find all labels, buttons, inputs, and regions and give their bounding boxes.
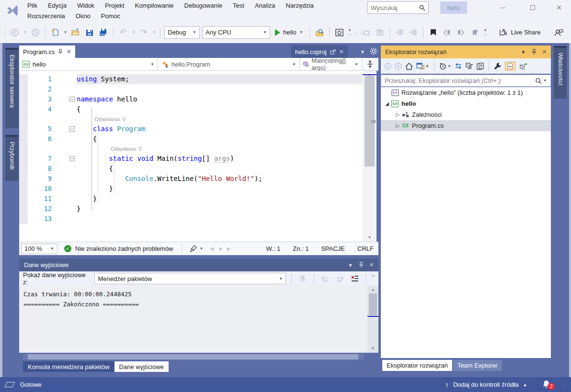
code-line[interactable]: 6 { [19, 134, 363, 144]
editor-options-gear-icon[interactable] [370, 47, 377, 55]
redo-dropdown[interactable]: ▼ [152, 30, 156, 34]
code-line[interactable]: 10 } [19, 184, 363, 194]
chevron-up-icon[interactable]: ▲ [523, 382, 527, 387]
menu-item-9[interactable]: Narzędzia [281, 0, 320, 11]
minimize-button[interactable]: ─ [495, 2, 511, 13]
output-hscroll-thumb[interactable] [28, 354, 358, 359]
code-line[interactable]: 13 [19, 214, 363, 224]
decrease-indent-button[interactable] [394, 27, 405, 38]
clear-bookmarks-button[interactable] [469, 27, 480, 38]
preview-selected-items-icon[interactable] [477, 63, 484, 70]
next-bookmark-button[interactable] [455, 27, 467, 38]
tab-hello-csproj[interactable]: hello.csproj ✕ [291, 45, 348, 58]
window-position-dropdown-icon[interactable]: ▼ [348, 262, 353, 268]
close-button[interactable]: ✕ [551, 2, 567, 13]
output-log[interactable]: Czas trwania: 00:00:00.2448425==========… [19, 286, 378, 353]
pin-icon[interactable] [532, 49, 537, 55]
navigate-forward-button[interactable] [30, 27, 41, 38]
output-scroll-thumb[interactable] [369, 293, 377, 315]
open-file-button[interactable] [70, 27, 81, 38]
platform-combo[interactable]: Any CPU▼ [202, 26, 270, 39]
menu-item-3[interactable]: Widok [72, 0, 100, 11]
menu-item-4[interactable]: Projekt [100, 0, 129, 11]
sidebar-tab-properties[interactable]: Właściwości [554, 46, 567, 99]
code-line[interactable]: 8 { [19, 164, 363, 174]
undo-button[interactable]: ↶ [117, 27, 129, 38]
codelens-row[interactable]: Odwołania: 0 [19, 144, 363, 154]
menu-item-8[interactable]: Analiza [250, 0, 281, 11]
solution-explorer-title-bar[interactable]: Eksplorator rozwiązań ▼ ✕ [381, 45, 551, 58]
char-indicator[interactable]: Zn.: 1 [293, 245, 308, 252]
code-line[interactable]: 9 Console.WriteLine("Hello World!"); [19, 174, 363, 184]
zoom-level-combo[interactable]: 100 % ▼ [21, 244, 57, 254]
tree-expander-icon[interactable]: ▷ [394, 112, 401, 117]
start-debugging-button[interactable]: hello ▼ [273, 29, 306, 36]
next-message-button[interactable] [334, 273, 345, 284]
codelens-row[interactable]: Odwołania: 0 [19, 114, 363, 124]
code-line[interactable]: 4{ [19, 104, 363, 114]
show-all-files-button[interactable] [505, 62, 515, 70]
code-line[interactable]: 3−namespace hello [19, 94, 363, 104]
tab-program-cs[interactable]: Program.cs ✕ [19, 45, 75, 58]
close-tab-icon[interactable]: ✕ [339, 48, 344, 55]
tree-item-zale-no-ci[interactable]: ▷Zależności [381, 109, 551, 120]
configuration-combo[interactable]: Debug▼ [164, 26, 200, 39]
menu-item-2[interactable]: Okno [70, 11, 96, 21]
navigate-back-button[interactable] [9, 27, 21, 38]
code-line[interactable]: 5− class Program [19, 124, 363, 134]
member-dropdown[interactable]: Main(string[] args) ▼ [300, 58, 362, 70]
attach-button[interactable] [360, 27, 372, 38]
live-share-button[interactable]: Live Share [499, 28, 540, 36]
tab-output[interactable]: Dane wyjściowe [114, 361, 169, 372]
sidebar-tab-server-explorer[interactable]: Eksplorator serwera [5, 48, 18, 128]
tab-package-manager-console[interactable]: Konsola menedżera pakietów [23, 361, 114, 372]
menu-item-5[interactable]: Kompilowanie [130, 0, 179, 11]
increase-indent-button[interactable] [408, 27, 419, 38]
menu-item-3[interactable]: Pomoc [96, 11, 126, 21]
home-icon[interactable] [405, 63, 413, 70]
toolbar-overflow-2[interactable]: ▼─ [483, 28, 487, 37]
solution-search-box[interactable]: Przeszukaj: Eksplorator rozwiązań (Ctrl+… [381, 75, 551, 87]
code-editor[interactable]: 1using System;23−namespace hello4{Odwoła… [19, 71, 363, 242]
fold-collapse-icon[interactable]: − [69, 126, 75, 132]
scroll-down-icon[interactable]: ▼ [363, 235, 377, 240]
close-icon[interactable]: ✕ [369, 262, 374, 268]
code-line[interactable]: 2 [19, 84, 363, 94]
menu-item-7[interactable]: Test [228, 0, 250, 11]
code-line[interactable]: 11 } [19, 194, 363, 204]
document-health-indicator[interactable]: ✓ Nie znaleziono żadnych problemów [64, 245, 173, 252]
codelens-references[interactable]: Odwołania: 0 [77, 146, 142, 152]
project-dropdown[interactable]: C# hello ▼ [19, 58, 158, 70]
previous-bookmark-button[interactable] [441, 27, 453, 38]
keep-open-icon[interactable] [330, 49, 336, 55]
forward-icon[interactable] [395, 63, 402, 70]
menu-item-1[interactable]: Rozszerzenia [22, 11, 70, 21]
new-item-tree-icon[interactable] [519, 63, 527, 70]
tree-item-hello[interactable]: ◢C#hello [381, 98, 551, 109]
navigate-back-dropdown[interactable]: ▼ [23, 30, 27, 34]
code-line[interactable]: 1using System; [19, 74, 363, 84]
properties-wrench-icon[interactable] [494, 62, 502, 70]
switch-views-button[interactable]: ▼ [416, 63, 429, 70]
code-line[interactable]: 7− static void Main(string[] args) [19, 154, 363, 164]
previous-message-button[interactable] [320, 273, 331, 284]
output-title-bar[interactable]: Dane wyjściowe ▼ ✕ [19, 258, 378, 271]
tree-item-rozwi-zanie-hello-liczba-projekt-w-1-z-1-[interactable]: Rozwiązanie „hello” (liczba projektów: 1… [381, 87, 551, 98]
save-button[interactable] [84, 27, 95, 38]
notifications-button[interactable]: 2 [542, 380, 557, 390]
clear-all-button[interactable] [350, 273, 361, 284]
back-icon[interactable] [384, 63, 391, 70]
close-tab-icon[interactable]: ✕ [66, 48, 71, 55]
tab-solution-explorer[interactable]: Eksplorator rozwiązań [382, 360, 452, 371]
quick-search-box[interactable]: Wyszukaj [367, 1, 429, 14]
fold-collapse-icon[interactable]: − [69, 97, 75, 102]
eol-indicator[interactable]: CRLF [357, 245, 374, 252]
tab-team-explorer[interactable]: Team Explorer [453, 360, 502, 371]
collapse-all-icon[interactable] [466, 63, 473, 70]
codelens-references[interactable]: Odwołania: 0 [77, 116, 126, 122]
line-indicator[interactable]: W.: 1 [266, 245, 281, 252]
redo-button[interactable]: ↷ [138, 27, 149, 38]
pin-icon[interactable] [58, 49, 63, 55]
menu-item-2[interactable]: Edycja [43, 0, 72, 11]
tab-list-dropdown-icon[interactable]: ▼ [360, 49, 365, 55]
